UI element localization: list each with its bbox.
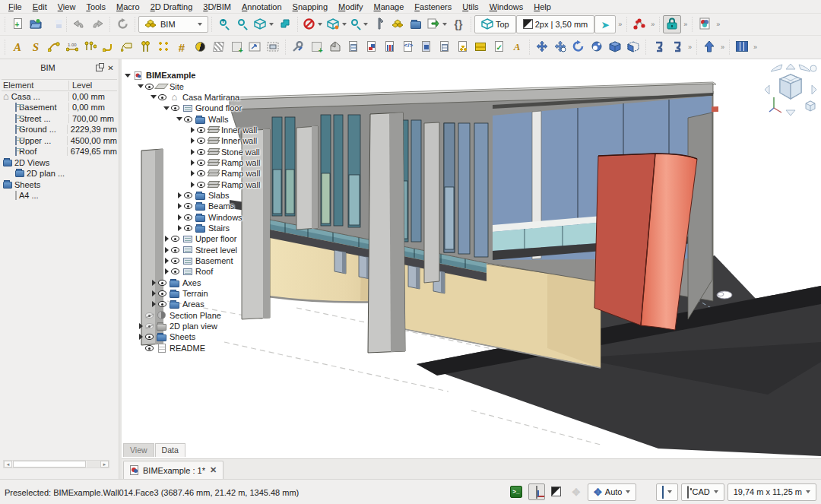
menu-item-2d-drafting[interactable]: 2D Drafting [145,2,198,12]
visibility-eye-icon[interactable] [171,258,179,264]
visibility-eye-icon[interactable] [171,105,179,111]
navcube-right-arrow[interactable] [812,85,816,94]
expander-open-icon[interactable] [149,95,158,99]
visibility-eye-icon[interactable] [171,236,179,242]
menu-item-help[interactable]: Help [528,2,556,12]
menu-item-fasteners[interactable]: Fasteners [409,2,457,12]
table-row[interactable]: Upper ...4500,00 mm [2,135,117,147]
constraint-nodes-button[interactable] [630,15,648,33]
project-tools-button[interactable] [289,38,307,56]
expander-closed-icon[interactable] [162,236,171,242]
undo-button[interactable] [70,15,88,33]
visibility-eye-icon[interactable] [145,323,154,329]
lattice-button[interactable]: # [173,38,191,56]
tree-item-windows[interactable]: Windows [123,211,298,222]
table-row[interactable]: 2D plan ... [2,168,117,179]
expander-closed-icon[interactable] [188,138,197,144]
close-tab-icon[interactable]: ✕ [210,465,217,475]
document-tab[interactable]: BIMExample : 1* ✕ [123,461,223,479]
toolbar-overflow-chevron[interactable]: » [718,43,726,51]
navcube-rotate-ccw-arrow[interactable] [771,65,782,71]
grid-toggle-button[interactable] [528,483,545,500]
navcube-down-arrow[interactable] [786,110,795,116]
tree-item-axes[interactable]: Axes [123,277,298,288]
expander-closed-icon[interactable] [188,160,197,166]
tree-item-roof[interactable]: Roof [123,266,298,277]
tree-item-walls[interactable]: Walls [123,113,298,124]
working-plane-top-button[interactable]: Top [474,15,516,33]
menu-item-modify[interactable]: Modify [333,2,368,12]
tree-item-site[interactable]: Site [123,81,298,91]
panel-horizontal-scrollbar[interactable]: ◄ ► [3,460,109,468]
schedule-button[interactable] [344,38,362,56]
redo-button[interactable] [88,15,106,33]
tree-item-ramp-wall[interactable]: Ramp wall [123,179,298,189]
material-doc-button[interactable] [362,38,380,56]
zoom-tools-button[interactable] [349,15,370,33]
box-button[interactable] [606,38,624,56]
visibility-eye-icon[interactable] [197,149,205,155]
preflight-button[interactable]: ✓ [490,38,508,56]
draft-label-button[interactable] [118,38,136,56]
scrollbar-track[interactable] [87,461,100,468]
layers-stack-button[interactable] [435,38,453,56]
visibility-eye-icon[interactable] [171,247,179,253]
upgrade-button[interactable] [700,38,718,56]
tab-data[interactable]: Data [155,443,185,457]
menu-item-macro[interactable]: Macro [111,2,145,12]
visibility-eye-icon[interactable] [184,192,192,198]
draft-polyline-button[interactable] [100,38,118,56]
tree-item-basement[interactable]: Basement [123,255,298,266]
visibility-eye-icon[interactable] [184,225,192,231]
3d-viewport[interactable]: BIMExampleSite⌂Casa MartiranaGround floo… [122,59,821,479]
expander-open-icon[interactable] [123,74,132,78]
expander-closed-icon[interactable] [162,268,171,274]
menu-item-snapping[interactable]: Snapping [287,2,334,12]
building-part-button[interactable] [325,38,344,56]
copy-move-button[interactable] [551,38,569,56]
expander-closed-icon[interactable] [162,258,171,264]
visibility-eye-icon[interactable] [197,160,205,166]
nav-style-dropdown[interactable]: CAD [681,483,724,501]
draft-edit-end-button[interactable] [667,38,686,56]
visibility-eye-icon[interactable] [197,182,205,188]
expander-closed-icon[interactable] [188,182,197,188]
measure-button[interactable] [370,15,388,33]
menu-item-view[interactable]: View [52,2,81,12]
open-button[interactable] [27,15,45,33]
expander-closed-icon[interactable] [188,170,197,176]
bim-folder-button[interactable] [407,15,425,33]
tree-item-inner-wall[interactable]: Inner wall [123,125,298,135]
table-row[interactable]: Sheets [2,179,117,191]
scrollbar-thumb[interactable] [13,461,86,468]
array-button[interactable] [154,38,173,56]
expander-closed-icon[interactable] [188,149,197,155]
table-row[interactable]: 2D Views [2,157,117,169]
snap-dropdown[interactable]: ✥Auto [588,483,637,501]
table-row[interactable]: Street ...700,00 mm [2,113,117,125]
panel-close-button[interactable]: ✕ [106,63,116,73]
tab-view[interactable]: View [123,443,154,457]
view-size-dropdown[interactable]: 19,74 m x 11,25 m [727,483,816,501]
hatch-button[interactable] [209,38,227,56]
tree-item-areas[interactable]: Areas [123,299,298,309]
tree-item-ramp-wall[interactable]: Ramp wall [123,157,298,168]
column-level[interactable]: Level [68,81,117,90]
expander-open-icon[interactable] [162,106,171,110]
table-row[interactable]: Roof6749,65 mm [2,146,117,157]
tree-item-ramp-wall[interactable]: Ramp wall [123,168,298,179]
menu-item-file[interactable]: File [3,2,27,12]
zoom-selection-button[interactable] [233,15,252,33]
menu-item-tools[interactable]: Tools [81,2,111,12]
menu-item-3d-bim[interactable]: 3D/BIM [198,2,236,12]
menu-item-utils[interactable]: Utils [457,2,483,12]
drawing-view-button[interactable] [246,38,264,56]
report-chart-button[interactable] [380,38,398,56]
navcube-rotate-cw-arrow[interactable] [799,65,810,71]
visibility-eye-icon[interactable] [197,127,205,133]
tree-item-readme[interactable]: README [123,343,298,353]
visibility-eye-icon[interactable] [184,214,192,220]
nodes-doc-button[interactable] [453,38,471,56]
tree-item-slabs[interactable]: Slabs [123,190,298,201]
spreadsheet-button[interactable] [471,38,490,56]
